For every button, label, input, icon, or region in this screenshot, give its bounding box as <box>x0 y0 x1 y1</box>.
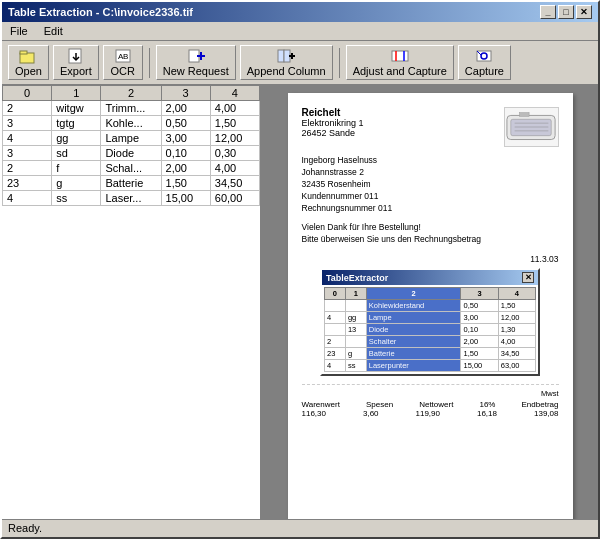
table-cell: 23 <box>3 176 52 191</box>
table-cell: 15,00 <box>161 191 210 206</box>
table-cell: 2 <box>3 161 52 176</box>
new-request-button[interactable]: New Request <box>156 45 236 80</box>
mini-table-row: 13Diode0,101,30 <box>325 324 536 336</box>
mini-table-container: 0 1 2 3 4 Kohlewiderstand0,501,504ggLamp… <box>322 285 538 374</box>
table-panel: 0 1 2 3 4 2witgwTrimm...2,004,003tgtgKoh… <box>2 85 262 519</box>
minimize-button[interactable]: _ <box>540 5 556 19</box>
title-bar: Table Extraction - C:\invoice2336.tif _ … <box>2 2 598 22</box>
company-city: 26452 Sande <box>302 128 364 138</box>
open-icon <box>19 48 37 64</box>
mini-table-cell: Batterie <box>366 348 461 360</box>
mini-col-2: 2 <box>366 288 461 300</box>
document-page: Reichelt Elektronikring 1 26452 Sande <box>288 93 573 519</box>
product-image <box>504 107 559 147</box>
table-cell: tgtg <box>52 116 101 131</box>
table-row[interactable]: 4ssLaser...15,0060,00 <box>3 191 260 206</box>
table-cell: 3 <box>3 146 52 161</box>
svg-rect-1 <box>20 51 27 54</box>
data-table: 0 1 2 3 4 2witgwTrimm...2,004,003tgtgKoh… <box>2 85 260 206</box>
append-column-button[interactable]: Append Column <box>240 45 333 80</box>
mini-table-cell <box>325 324 346 336</box>
table-cell: 4 <box>3 191 52 206</box>
toolbar-sep-1 <box>149 48 150 78</box>
mini-table-cell: 2 <box>325 336 346 348</box>
table-cell: 0,30 <box>210 146 259 161</box>
new-request-icon <box>187 48 205 64</box>
table-row[interactable]: 2witgwTrimm...2,004,00 <box>3 101 260 116</box>
table-cell: 3,00 <box>161 131 210 146</box>
preview-panel: Reichelt Elektronikring 1 26452 Sande <box>262 85 598 519</box>
customer-number: Kundennummer 011 <box>302 191 559 203</box>
company-name: Reichelt <box>302 107 364 118</box>
table-cell: 12,00 <box>210 131 259 146</box>
doc-address: Ingeborg Haselnuss Johannstrasse 2 32435… <box>302 155 559 214</box>
status-text: Ready. <box>8 522 42 534</box>
doc-footer: Mwst Warenwert Spesen Nettowert 16% Endb… <box>302 384 559 418</box>
nettowert-value: 119,90 <box>416 409 440 418</box>
mini-table-cell: gg <box>345 312 366 324</box>
table-cell: Kohle... <box>101 116 161 131</box>
table-row[interactable]: 2fSchal...2,004,00 <box>3 161 260 176</box>
svg-text:B: B <box>123 52 128 61</box>
table-cell: Batterie <box>101 176 161 191</box>
table-row[interactable]: 3tgtgKohle...0,501,50 <box>3 116 260 131</box>
svg-rect-14 <box>392 51 408 61</box>
mini-table-cell: 12,00 <box>498 312 535 324</box>
mwst-label: Mwst <box>302 389 559 398</box>
table-cell: Trimm... <box>101 101 161 116</box>
mini-table-row: 4ggLampe3,0012,00 <box>325 312 536 324</box>
close-button[interactable]: ✕ <box>576 5 592 19</box>
mini-close-button[interactable]: ✕ <box>522 272 534 283</box>
table-cell: Schal... <box>101 161 161 176</box>
mini-table-cell: 0,50 <box>461 300 498 312</box>
nettowert-label: Nettowert <box>419 400 453 409</box>
status-bar: Ready. <box>2 519 598 537</box>
payment-note: Bitte überweisen Sie uns den Rechnungsbe… <box>302 234 559 246</box>
adjust-capture-button[interactable]: Adjust and Capture <box>346 45 454 80</box>
mini-table-cell: 1,30 <box>498 324 535 336</box>
maximize-button[interactable]: □ <box>558 5 574 19</box>
title-bar-buttons: _ □ ✕ <box>540 5 592 19</box>
mini-table-cell: 34,50 <box>498 348 535 360</box>
mini-tableextractor-window: TableExtractor ✕ 0 1 2 3 4 <box>320 268 540 376</box>
table-row[interactable]: 23gBatterie1,5034,50 <box>3 176 260 191</box>
menu-edit[interactable]: Edit <box>40 24 67 38</box>
menu-file[interactable]: File <box>6 24 32 38</box>
table-cell: 0,10 <box>161 146 210 161</box>
mini-table-cell: Schalter <box>366 336 461 348</box>
table-row[interactable]: 3sdDiode0,100,30 <box>3 146 260 161</box>
mini-table-cell: 0,10 <box>461 324 498 336</box>
mini-table-cell: 63,00 <box>498 360 535 372</box>
capture-icon <box>475 48 493 64</box>
mini-col-4: 4 <box>498 288 535 300</box>
mini-table-cell: 4 <box>325 312 346 324</box>
col-header-4: 4 <box>210 86 259 101</box>
table-cell: 3 <box>3 116 52 131</box>
invoice-number: Rechnungsnummer 011 <box>302 203 559 215</box>
mini-table-cell <box>345 300 366 312</box>
table-cell: gg <box>52 131 101 146</box>
mini-table-cell: Laserpunter <box>366 360 461 372</box>
table-cell: 4 <box>3 131 52 146</box>
mwst-value: 16,18 <box>477 409 497 418</box>
export-button[interactable]: Export <box>53 45 99 80</box>
table-cell: witgw <box>52 101 101 116</box>
spesen-value: 3,60 <box>363 409 379 418</box>
table-row[interactable]: 4ggLampe3,0012,00 <box>3 131 260 146</box>
mini-table-row: 2Schalter2,004,00 <box>325 336 536 348</box>
table-cell: 4,00 <box>210 161 259 176</box>
mini-table-cell <box>345 336 366 348</box>
svg-rect-21 <box>510 119 550 135</box>
mini-table-cell: ss <box>345 360 366 372</box>
col-header-1: 1 <box>52 86 101 101</box>
mini-table-cell: 13 <box>345 324 366 336</box>
open-button[interactable]: Open <box>8 45 49 80</box>
capture-button[interactable]: Capture <box>458 45 511 80</box>
ocr-icon: AB <box>114 48 132 64</box>
table-cell: Laser... <box>101 191 161 206</box>
bill-to-name: Ingeborg Haselnuss <box>302 155 559 167</box>
ocr-button[interactable]: AB OCR <box>103 45 143 80</box>
mini-table-cell: 23 <box>325 348 346 360</box>
mini-table-cell: 1,50 <box>498 300 535 312</box>
company-street: Elektronikring 1 <box>302 118 364 128</box>
